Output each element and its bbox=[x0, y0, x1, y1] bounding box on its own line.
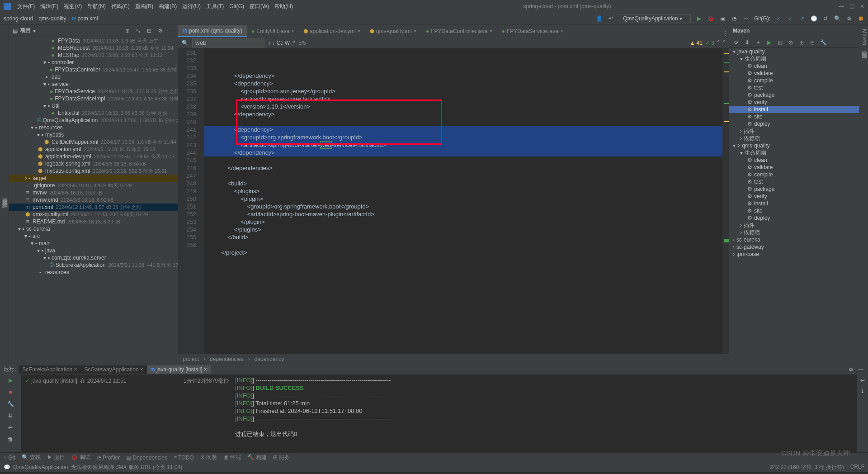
revert-icon[interactable]: ↺ bbox=[822, 15, 829, 22]
term-trash-icon[interactable]: 🗑 bbox=[8, 436, 13, 442]
tree-item[interactable]: ● EntityUtil2024/6/12 10:32, 3.98 kB 38 … bbox=[9, 109, 178, 117]
bottom-tool-button[interactable]: ⊞ 服务 bbox=[273, 454, 290, 461]
maven-item[interactable]: ›依赖项 bbox=[729, 229, 859, 236]
git-history-icon[interactable]: 🕐 bbox=[810, 15, 817, 22]
collapse-icon[interactable]: ⊟ bbox=[146, 27, 153, 34]
maven-item[interactable]: ›sc-eureka bbox=[729, 236, 859, 243]
tree-item[interactable]: ▾ ▪ resources bbox=[9, 124, 178, 131]
search-controls[interactable]: ↑ ↓ Cc W .* bbox=[268, 40, 295, 46]
collapse-all-icon[interactable]: ⊟ bbox=[809, 39, 816, 46]
breadcrumb-file[interactable]: pom.xml bbox=[77, 15, 98, 22]
toggle-offline-icon[interactable]: ⊘ bbox=[787, 39, 794, 46]
term-stop-icon[interactable]: ■ bbox=[9, 389, 12, 395]
menu-item[interactable]: Git(G) bbox=[226, 3, 247, 9]
bottom-tool-button[interactable]: ⑂ Git bbox=[4, 455, 15, 461]
back-icon[interactable]: ↶ bbox=[607, 15, 614, 22]
maven-item[interactable]: ⚙compile bbox=[729, 171, 859, 178]
bottom-tool-stripe[interactable]: ⑂ Git🔍 查找▶ 运行🐞 调试◔ Profiler▦ Dependencie… bbox=[0, 452, 868, 462]
debug-icon[interactable]: 🐞 bbox=[707, 15, 714, 22]
run-tool-tabs[interactable]: 运行: ScEurekaApplication ×ScGatewayApplic… bbox=[0, 364, 868, 374]
reload-icon[interactable]: ⟳ bbox=[733, 39, 740, 46]
expand-icon[interactable]: ⇆ bbox=[135, 27, 142, 34]
term-rerun-icon[interactable]: ▶ bbox=[9, 377, 13, 384]
maven-item[interactable]: ›sc-gateway bbox=[729, 243, 859, 251]
tab-list-icon[interactable]: ⋮ bbox=[722, 30, 729, 37]
bottom-tool-button[interactable]: 🔨 构建 bbox=[247, 454, 266, 461]
tree-item[interactable]: ▾ ▪ src bbox=[9, 232, 178, 240]
bottom-tool-button[interactable]: ◔ Profiler bbox=[97, 455, 120, 461]
tree-item[interactable]: ● FPYDataService2024/6/11 18:25, 173 B 3… bbox=[9, 88, 178, 95]
git-update-icon[interactable]: ✓ bbox=[775, 15, 782, 22]
tree-item[interactable]: ▾ ▪ sc-eureka bbox=[9, 225, 178, 232]
menu-item[interactable]: 导航(N) bbox=[85, 3, 108, 9]
generate-icon[interactable]: ⬇ bbox=[744, 39, 751, 46]
hide-icon[interactable]: — bbox=[167, 27, 175, 34]
menu-item[interactable]: 帮助(H) bbox=[272, 3, 296, 9]
tab-close-icon[interactable]: × bbox=[560, 28, 563, 34]
tree-item[interactable]: ⬢ CellDictMapper.xml2024/6/7 15:54, 1.6 … bbox=[9, 138, 178, 146]
coverage-icon[interactable]: ▣ bbox=[719, 15, 726, 22]
editor-tab[interactable]: m pom.xml (qms-quality) bbox=[178, 25, 247, 37]
tree-item[interactable]: ● MESRequest2024/6/11 16:26, 1.08 kB 今天 … bbox=[9, 44, 178, 52]
show-deps-icon[interactable]: ⊞ bbox=[798, 39, 805, 46]
menu-item[interactable]: 重构(R) bbox=[132, 3, 156, 9]
term-settings-icon[interactable]: ⚙ bbox=[847, 366, 854, 373]
tree-item[interactable]: ≡ mvnw.cmd2024/6/5 16:18, 6.92 kB bbox=[9, 196, 178, 204]
maven-item[interactable]: ⚙validate bbox=[729, 164, 859, 171]
tree-item[interactable]: ● FPYDataController2024/6/12 10:47, 1.51… bbox=[9, 66, 178, 73]
editor-tab[interactable]: ● FPYDataService.java × bbox=[497, 25, 568, 37]
term-tool-icon[interactable]: 🔧 bbox=[7, 401, 14, 407]
git-commit-icon[interactable]: ✓ bbox=[787, 15, 794, 22]
maven-item[interactable]: ⚙package bbox=[729, 185, 859, 193]
right-tool-stripe[interactable]: Maven 通知 数据库 bbox=[859, 24, 868, 364]
menu-item[interactable]: 编辑(E) bbox=[38, 3, 61, 9]
tree-item[interactable]: ≡ README.md2024/6/5 16:18, 6.29 kB bbox=[9, 218, 178, 225]
project-tree[interactable]: ● FPYData2024/6/12 11:03, 1.6 kB 今天 上午 ●… bbox=[9, 37, 178, 364]
editor-breadcrumb[interactable]: project› dependencies› dependency bbox=[178, 354, 729, 364]
menu-item[interactable]: 运行(U) bbox=[179, 3, 203, 9]
tree-item[interactable]: m pom.xml2024/6/12 11:49, 8.57 kB 38 分钟 … bbox=[9, 204, 178, 211]
maven-item[interactable]: ▾java-quality bbox=[729, 48, 859, 55]
code-editor[interactable]: </dependency> <dependency> <groupId>com.… bbox=[204, 49, 722, 354]
term-hide-icon[interactable]: — bbox=[857, 366, 864, 373]
search-icon[interactable]: 🔍 bbox=[834, 15, 841, 22]
tab-close-icon[interactable]: × bbox=[414, 28, 417, 34]
tree-item[interactable]: ≡ mvnw2024/6/5 16:18, 10.6 kB bbox=[9, 189, 178, 196]
attach-icon[interactable]: ⋯ bbox=[742, 15, 750, 22]
run-tab[interactable]: ScGatewayApplication × bbox=[80, 365, 146, 374]
scroll-end-icon[interactable]: ⤓ bbox=[860, 388, 865, 394]
tree-item[interactable]: ⬢ qms-quality.iml2024/6/11 11:43, 202 B … bbox=[9, 211, 178, 218]
maven-item[interactable]: ⚙verify bbox=[729, 99, 859, 106]
user-icon[interactable]: 👤 bbox=[595, 15, 603, 22]
search-input[interactable] bbox=[192, 38, 264, 47]
tree-item[interactable]: ▪ resources bbox=[9, 269, 178, 276]
maven-settings-icon[interactable]: 🔧 bbox=[820, 39, 827, 46]
bottom-tool-button[interactable]: ▦ Dependencies bbox=[126, 455, 167, 461]
tree-item[interactable]: ◦ .gitignore2024/6/5 16:18, 428 B 昨天 15:… bbox=[9, 182, 178, 189]
inspection-warnings[interactable]: ▲ 41 bbox=[689, 40, 703, 46]
inspection-ok[interactable]: ✓ 3 bbox=[705, 40, 714, 46]
tree-item[interactable]: ▾ ▪ com.zjtc.eureka.server bbox=[9, 254, 178, 261]
maven-item[interactable]: ⚙validate bbox=[729, 70, 859, 77]
tree-item[interactable]: ▾ ▪ main bbox=[9, 240, 178, 247]
maven-item[interactable]: ⚙deploy bbox=[729, 120, 859, 128]
tab-close-icon[interactable]: × bbox=[490, 28, 493, 34]
run-item[interactable]: java-quality [install]: bbox=[31, 378, 79, 384]
error-stripe[interactable] bbox=[722, 49, 729, 354]
close-icon[interactable]: ✕ bbox=[860, 3, 864, 9]
maven-run-cfg-icon[interactable]: ▤ bbox=[776, 39, 783, 46]
maven-run-icon[interactable]: ▶ bbox=[765, 39, 773, 46]
editor-tab[interactable]: ● EntityUtil.java × bbox=[247, 25, 299, 37]
soft-wrap-icon[interactable]: ↩ bbox=[860, 377, 865, 384]
run-config-selector[interactable]: QmsQualityApplication ▾ bbox=[619, 14, 691, 23]
editor-tab[interactable]: ⬢ application-dev.yml × bbox=[299, 25, 365, 37]
maven-item[interactable]: ⚙deploy bbox=[729, 214, 859, 222]
editor-tabs[interactable]: m pom.xml (qms-quality) ● EntityUtil.jav… bbox=[178, 24, 729, 37]
menu-item[interactable]: 工具(T) bbox=[203, 3, 226, 9]
git-push-icon[interactable]: ↗ bbox=[798, 15, 806, 22]
maven-item[interactable]: ›插件 bbox=[729, 222, 859, 229]
bottom-tool-button[interactable]: ⊘ 问题 bbox=[200, 454, 217, 461]
tree-item[interactable]: ⬢ application-dev.yml2024/6/12 10:55, 1.… bbox=[9, 153, 178, 160]
tree-item[interactable]: ● MESRsp2024/6/10 15:08, 1.23 kB 今天 11:1… bbox=[9, 52, 178, 59]
maven-item[interactable]: ⚙site bbox=[729, 207, 859, 214]
